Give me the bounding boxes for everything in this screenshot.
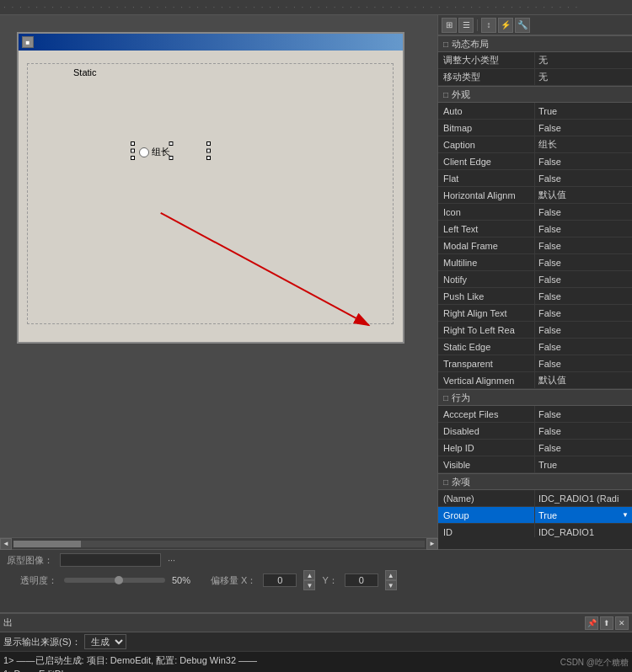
prop-appearance-2[interactable]: Caption 组长 xyxy=(438,136,632,153)
props-btn-sort[interactable]: ↕ xyxy=(481,18,496,33)
prop-value-app-9: False xyxy=(535,254,632,270)
appearance-props-container: Auto True Bitmap False Caption 组长 Client… xyxy=(438,103,632,389)
props-btn-wrench[interactable]: 🔧 xyxy=(515,18,530,33)
handle-bl xyxy=(131,156,135,160)
canvas-scrollbar[interactable]: ◄ ► xyxy=(0,537,438,549)
prop-appearance-3[interactable]: Client Edge False xyxy=(438,153,632,170)
prop-appearance-6[interactable]: Icon False xyxy=(438,204,632,221)
props-btn-list[interactable]: ☰ xyxy=(458,18,474,33)
props-toolbar: ⊞ ☰ ↕ ⚡ 🔧 xyxy=(438,15,632,35)
prop-name-app-5: Horizontal Alignm xyxy=(438,187,535,203)
prop-name-app-15: Transparent xyxy=(438,355,535,371)
offset-y-up[interactable]: ▲ xyxy=(385,570,397,580)
handle-tr xyxy=(206,141,211,146)
prop-name-beh-0: Acccept Files xyxy=(438,406,535,422)
scroll-left-btn[interactable]: ◄ xyxy=(0,538,12,550)
prop-name-app-11: Push Like xyxy=(438,288,535,304)
prop-value-beh-0: False xyxy=(535,406,632,422)
prop-value-move: 无 xyxy=(535,69,632,85)
output-line-1: 1>DemoEditDlg.cpp xyxy=(3,667,629,672)
radio-button[interactable]: 组长 xyxy=(139,146,170,158)
output-line-0: 1> ——已启动生成: 项目: DemoEdit, 配置: Debug Win3… xyxy=(3,653,629,667)
prop-appearance-1[interactable]: Bitmap False xyxy=(438,120,632,136)
prop-appearance-0[interactable]: Auto True xyxy=(438,103,632,120)
section-dynamic-layout[interactable]: □ 动态布局 xyxy=(438,35,632,52)
scroll-right-btn[interactable]: ► xyxy=(426,538,438,550)
handle-mr xyxy=(206,149,211,153)
radio-circle xyxy=(139,147,149,157)
prop-appearance-12[interactable]: Right Align Text False xyxy=(438,305,632,322)
prop-misc-1[interactable]: Group True ▼ xyxy=(438,507,632,524)
dropdown-arrow-1[interactable]: ▼ xyxy=(622,511,629,519)
prop-misc-0[interactable]: (Name) IDC_RADIO1 (Radi xyxy=(438,490,632,507)
offset-x-input[interactable] xyxy=(263,573,297,587)
props-btn-flash[interactable]: ⚡ xyxy=(498,18,513,33)
prop-value-beh-3: True xyxy=(535,456,632,472)
prop-appearance-14[interactable]: Static Edge False xyxy=(438,339,632,355)
prop-appearance-16[interactable]: Vertical Alignmen 默认值 xyxy=(438,372,632,389)
prop-appearance-15[interactable]: Transparent False xyxy=(438,355,632,372)
prototype-input[interactable] xyxy=(60,553,161,567)
prop-name-app-9: Multiline xyxy=(438,254,535,270)
opacity-row: 透明度： 50% 偏移量 X： ▲ ▼ Y： ▲ ▼ xyxy=(7,570,625,590)
prop-appearance-7[interactable]: Left Text False xyxy=(438,221,632,237)
opacity-slider[interactable] xyxy=(64,578,165,583)
output-panel: 出 📌 ⬆ ✕ 显示输出来源(S)： 生成 1> ——已启动生成: 项目: De… xyxy=(0,612,632,672)
prop-misc-2[interactable]: ID IDC_RADIO1 xyxy=(438,524,632,537)
offset-y-input[interactable] xyxy=(345,573,378,587)
prototype-row: 原型图像： ··· xyxy=(7,553,625,567)
scroll-thumb-h[interactable] xyxy=(13,541,81,547)
prop-appearance-5[interactable]: Horizontal Alignm 默认值 xyxy=(438,187,632,204)
scroll-track-h[interactable] xyxy=(13,541,425,547)
prop-behavior-1[interactable]: Disabled False xyxy=(438,423,632,440)
output-close[interactable]: ✕ xyxy=(615,616,629,630)
prop-behavior-0[interactable]: Acccept Files False xyxy=(438,406,632,423)
opacity-thumb xyxy=(115,576,123,584)
static-label: Static xyxy=(73,67,97,77)
section-toggle-misc: □ xyxy=(443,477,448,487)
prop-name-app-2: Caption xyxy=(438,136,535,152)
output-pin[interactable]: 📌 xyxy=(585,616,598,630)
prop-resize-type[interactable]: 调整大小类型 无 xyxy=(438,52,632,69)
prop-appearance-9[interactable]: Multiline False xyxy=(438,254,632,271)
prop-value-app-0: True xyxy=(535,103,632,119)
prop-move-type[interactable]: 移动类型 无 xyxy=(438,69,632,86)
prop-value-beh-2: False xyxy=(535,440,632,456)
prop-name-resize: 调整大小类型 xyxy=(438,52,535,68)
canvas-area: ■ Static xyxy=(0,15,438,537)
prop-name-app-4: Flat xyxy=(438,170,535,186)
prop-appearance-8[interactable]: Modal Frame False xyxy=(438,237,632,254)
offset-x-down[interactable]: ▼ xyxy=(303,580,315,590)
prop-name-app-13: Right To Left Rea xyxy=(438,322,535,338)
bottom-props-panel: 原型图像： ··· 透明度： 50% 偏移量 X： ▲ ▼ Y： ▲ ▼ xyxy=(0,549,632,612)
section-appearance[interactable]: □ 外观 xyxy=(438,86,632,103)
prop-behavior-2[interactable]: Help ID False xyxy=(438,440,632,456)
prop-name-misc-1: Group xyxy=(438,507,535,523)
prop-appearance-11[interactable]: Push Like False xyxy=(438,288,632,305)
offset-y-down[interactable]: ▼ xyxy=(385,580,397,590)
prop-value-beh-1: False xyxy=(535,423,632,439)
prop-appearance-13[interactable]: Right To Left Rea False xyxy=(438,322,632,339)
prop-value-app-1: False xyxy=(535,120,632,136)
toolbar-divider xyxy=(477,19,478,31)
source-select[interactable]: 生成 xyxy=(84,634,126,649)
prop-appearance-4[interactable]: Flat False xyxy=(438,170,632,187)
handle-tl xyxy=(131,141,135,146)
prop-appearance-10[interactable]: Notify False xyxy=(438,271,632,288)
prop-behavior-3[interactable]: Visible True xyxy=(438,456,632,473)
prop-value-app-12: False xyxy=(535,305,632,321)
prop-name-beh-2: Help ID xyxy=(438,440,535,456)
prop-name-app-16: Vertical Alignmen xyxy=(438,372,535,388)
dialog-icon: ■ xyxy=(22,36,34,48)
prop-value-misc-0: IDC_RADIO1 (Radi xyxy=(535,490,632,506)
output-content: 1> ——已启动生成: 项目: DemoEdit, 配置: Debug Win3… xyxy=(0,652,632,672)
prop-value-app-15: False xyxy=(535,355,632,371)
output-float[interactable]: ⬆ xyxy=(600,616,613,630)
section-misc[interactable]: □ 杂项 xyxy=(438,473,632,490)
props-btn-grid[interactable]: ⊞ xyxy=(442,18,457,33)
prop-value-misc-1: True ▼ xyxy=(535,507,632,523)
offset-x-up[interactable]: ▲ xyxy=(303,570,315,580)
dialog-content: Static 组长 xyxy=(19,51,403,342)
section-behavior[interactable]: □ 行为 xyxy=(438,389,632,406)
offset-y-label: Y： xyxy=(322,574,337,587)
